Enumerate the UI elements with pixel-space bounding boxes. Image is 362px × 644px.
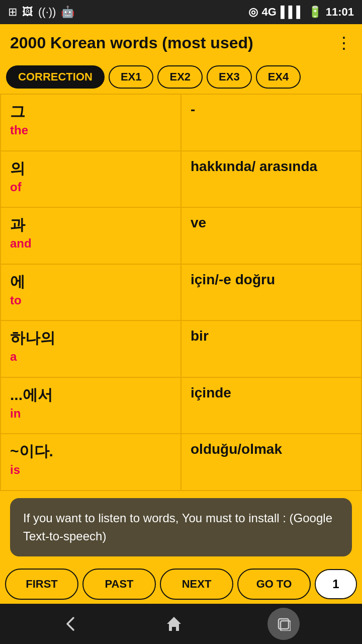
- row-1-translation: hakkında/ arasında: [191, 158, 352, 175]
- table-row: 하나의abir: [1, 320, 361, 377]
- row-0-translation: -: [191, 102, 352, 118]
- row-6-translation: olduğu/olmak: [191, 441, 352, 457]
- table-row: 과andve: [1, 207, 361, 264]
- row-2-english: and: [10, 236, 171, 251]
- row-6-english: is: [10, 463, 171, 477]
- menu-button[interactable]: ⋮: [336, 33, 352, 52]
- table-row: 에toiçin/-e doğru: [1, 264, 361, 321]
- row-1-english: of: [10, 180, 171, 194]
- past-button[interactable]: PAST: [82, 569, 156, 600]
- tab-correction[interactable]: CORRECTION: [6, 65, 105, 89]
- row-5-korean-cell[interactable]: ...에서in: [1, 377, 181, 434]
- svg-marker-0: [167, 617, 181, 631]
- table-row: ...에서iniçinde: [1, 377, 361, 434]
- row-4-korean: 하나의: [10, 328, 171, 349]
- row-5-translation: içinde: [191, 385, 352, 401]
- row-4-translation: bir: [191, 328, 352, 344]
- nav-buttons: FIRST PAST NEXT GO TO: [0, 564, 362, 604]
- goto-input[interactable]: [316, 570, 356, 598]
- row-5-english: in: [10, 407, 171, 421]
- toast-message: If you want to listen to words, You must…: [10, 498, 352, 556]
- first-button[interactable]: FIRST: [5, 569, 78, 600]
- battery-icon: 🔋: [308, 6, 322, 19]
- row-3-english: to: [10, 293, 171, 307]
- status-bar: ⊞ 🖼 ((·)) 🤖 ◎ 4G ▌▌▌ 🔋 11:01: [0, 0, 362, 24]
- row-5-translation-cell[interactable]: içinde: [181, 377, 361, 434]
- row-1-korean: 의: [10, 158, 171, 179]
- next-button[interactable]: NEXT: [160, 569, 233, 600]
- widget-icon: ⊞: [8, 6, 17, 19]
- table-row: 그the-: [1, 94, 361, 151]
- status-right-icons: ◎ 4G ▌▌▌ 🔋 11:01: [248, 6, 354, 19]
- row-6-korean-cell[interactable]: ~이다.is: [1, 434, 181, 491]
- system-nav-bar: [0, 604, 362, 644]
- tab-ex1[interactable]: EX1: [109, 65, 154, 89]
- wifi-icon: ((·)): [38, 6, 56, 19]
- location-icon: ◎: [248, 6, 258, 19]
- recents-icon: [267, 608, 300, 640]
- row-3-korean-cell[interactable]: 에to: [1, 264, 181, 321]
- row-2-translation-cell[interactable]: ve: [181, 207, 361, 264]
- row-3-translation: için/-e doğru: [191, 272, 352, 288]
- row-4-translation-cell[interactable]: bir: [181, 320, 361, 377]
- home-button[interactable]: [165, 615, 183, 633]
- row-0-korean-cell[interactable]: 그the: [1, 94, 181, 151]
- row-2-korean-cell[interactable]: 과and: [1, 207, 181, 264]
- table-row: ~이다.isolduğu/olmak: [1, 434, 361, 491]
- row-5-korean: ...에서: [10, 385, 171, 406]
- tab-ex2[interactable]: EX2: [157, 65, 203, 89]
- row-0-korean: 그: [10, 102, 171, 122]
- row-2-translation: ve: [191, 215, 352, 231]
- row-2-korean: 과: [10, 215, 171, 235]
- photo-icon: 🖼: [22, 6, 33, 19]
- row-3-translation-cell[interactable]: için/-e doğru: [181, 264, 361, 321]
- signal-icon: ▌▌▌: [281, 6, 304, 19]
- row-4-korean-cell[interactable]: 하나의a: [1, 320, 181, 377]
- row-6-korean: ~이다.: [10, 441, 171, 462]
- row-1-translation-cell[interactable]: hakkında/ arasında: [181, 151, 361, 208]
- page-title: 2000 Korean words (most used): [10, 34, 253, 52]
- row-3-korean: 에: [10, 272, 171, 292]
- table-row: 의ofhakkında/ arasında: [1, 151, 361, 208]
- goto-button[interactable]: GO TO: [237, 569, 311, 600]
- goto-input-wrapper: [315, 569, 357, 599]
- recents-button[interactable]: [267, 608, 300, 640]
- network-label: 4G: [262, 6, 277, 19]
- row-1-korean-cell[interactable]: 의of: [1, 151, 181, 208]
- android-icon: 🤖: [61, 6, 74, 19]
- tab-bar: CORRECTIONEX1EX2EX3EX4: [0, 61, 362, 94]
- row-6-translation-cell[interactable]: olduğu/olmak: [181, 434, 361, 491]
- tab-ex3[interactable]: EX3: [207, 65, 252, 89]
- time-label: 11:01: [326, 6, 354, 19]
- word-table: 그the-의ofhakkında/ arasında과andve에toiçin/…: [0, 94, 362, 491]
- title-bar: 2000 Korean words (most used) ⋮: [0, 24, 362, 61]
- back-button[interactable]: [62, 615, 80, 633]
- row-0-translation-cell[interactable]: -: [181, 94, 361, 151]
- row-4-english: a: [10, 350, 171, 364]
- status-left-icons: ⊞ 🖼 ((·)) 🤖: [8, 6, 74, 19]
- row-0-english: the: [10, 123, 171, 137]
- tab-ex4[interactable]: EX4: [256, 65, 301, 89]
